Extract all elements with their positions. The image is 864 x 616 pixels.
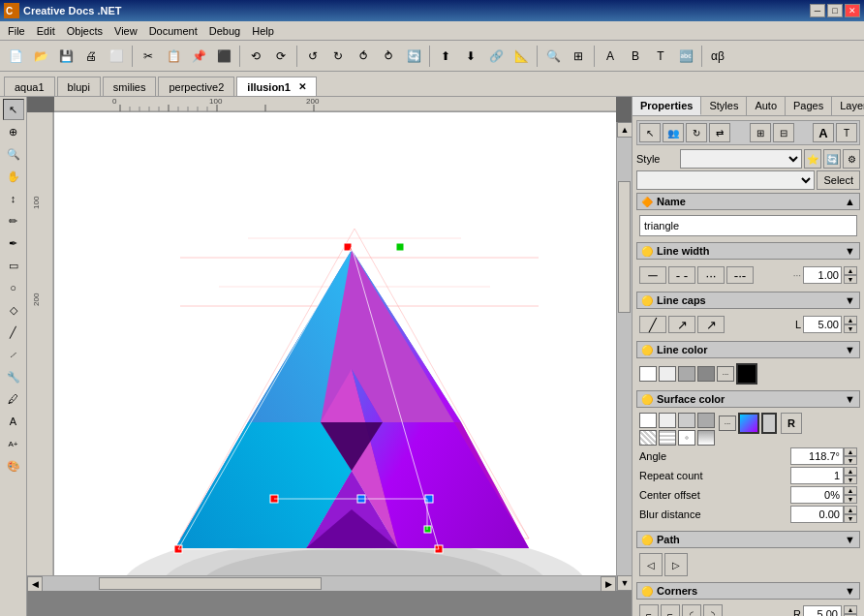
menu-objects[interactable]: Objects [61, 23, 108, 39]
path-btn1[interactable]: ◁ [639, 553, 663, 576]
menu-debug[interactable]: Debug [203, 23, 246, 39]
angle-up[interactable]: ▲ [844, 447, 857, 456]
angle-input[interactable] [790, 447, 844, 465]
tb-btn15[interactable]: ⥁ [377, 45, 400, 68]
prop-btn-rotate[interactable]: ↻ [686, 123, 707, 142]
cap-btn3[interactable]: ↗ [697, 316, 725, 333]
repeat-count-up[interactable]: ▲ [844, 467, 857, 476]
tb-btn22[interactable]: ⊞ [567, 45, 590, 68]
save-button[interactable]: 💾 [54, 45, 77, 68]
corners-up[interactable]: ▲ [844, 605, 857, 614]
line-dot-btn[interactable]: ··· [697, 266, 725, 284]
circle-tool[interactable]: ○ [3, 277, 24, 298]
line-dash-btn[interactable]: - - [668, 266, 695, 284]
cap-btn2[interactable]: ↗ [668, 316, 695, 333]
path-btn2[interactable]: ▷ [664, 553, 688, 576]
line-caps-up[interactable]: ▲ [844, 316, 857, 324]
line-color-white1[interactable] [639, 366, 657, 382]
tab-blupi[interactable]: blupi [57, 77, 101, 96]
line-width-up[interactable]: ▲ [844, 266, 857, 275]
tb-btn5[interactable]: ⬜ [105, 45, 128, 68]
surface-color-header[interactable]: 🟡 Surface color ▼ [636, 390, 860, 408]
line-caps-down[interactable]: ▼ [844, 324, 857, 333]
vertical-scroll-track[interactable] [617, 138, 632, 575]
line-solid-btn[interactable]: ─ [639, 266, 666, 284]
blur-distance-up[interactable]: ▲ [844, 506, 857, 514]
line-color-header[interactable]: 🟡 Line color ▼ [636, 341, 860, 358]
minimize-button[interactable]: ─ [810, 4, 825, 17]
lt-btn11[interactable]: ╱ [3, 322, 24, 343]
blur-distance-input[interactable] [790, 506, 844, 523]
corner-btn3[interactable]: ◜ [682, 604, 701, 616]
center-offset-up[interactable]: ▲ [844, 486, 857, 495]
corner-btn1[interactable]: ⌐ [639, 604, 659, 616]
lt-btn2[interactable]: ⊕ [3, 121, 24, 142]
line-width-input[interactable] [803, 266, 842, 284]
lt-btn4[interactable]: ✋ [3, 166, 24, 187]
style-btn2[interactable]: 🔄 [823, 149, 841, 169]
prop-btn-arrow[interactable]: ↖ [639, 123, 661, 142]
prop-btn-A[interactable]: A [813, 123, 834, 142]
corner-btn2[interactable]: ⌐ [661, 604, 680, 616]
tb-btn12[interactable]: ↺ [301, 45, 324, 68]
line-caps-input[interactable] [803, 316, 842, 333]
repeat-count-down[interactable]: ▼ [844, 476, 857, 484]
name-input[interactable] [639, 215, 857, 236]
tb-btn19[interactable]: 🔗 [484, 45, 508, 68]
corners-header[interactable]: 🟡 Corners ▼ [636, 582, 860, 600]
tb-btn16[interactable]: 🔄 [402, 45, 425, 68]
select-button[interactable]: Select [817, 170, 860, 190]
surf-pattern4[interactable] [697, 430, 715, 446]
name-section-header[interactable]: 🔶 Name ▲ [636, 193, 860, 210]
lt-btn7[interactable]: ✒ [3, 232, 24, 254]
surf-pattern3[interactable] [678, 430, 695, 446]
corner-btn4[interactable]: ◝ [703, 604, 723, 616]
surf-white1[interactable] [639, 413, 657, 428]
tab-auto[interactable]: Auto [747, 97, 786, 115]
prop-btn-T[interactable]: T [836, 123, 857, 142]
color-select[interactable] [636, 170, 815, 190]
tb-btn14[interactable]: ⥀ [352, 45, 375, 68]
tb-btn11[interactable]: ⟳ [269, 45, 293, 68]
line-dashdot-btn[interactable]: -·- [726, 266, 754, 284]
select-tool[interactable]: ↖ [3, 99, 24, 120]
menu-help[interactable]: Help [246, 23, 280, 39]
tb-btn27[interactable]: αβ [706, 45, 729, 68]
line-color-gray2[interactable] [697, 366, 715, 382]
tab-layers[interactable]: Layers [832, 97, 864, 115]
tab-close-icon[interactable]: ✕ [298, 81, 306, 92]
lt-btn16[interactable]: A+ [3, 433, 24, 454]
surf-gray1[interactable] [678, 413, 695, 428]
open-button[interactable]: 📂 [29, 45, 52, 68]
lt-btn12[interactable]: ⟋ [3, 344, 24, 365]
style-btn3[interactable]: ⚙ [843, 149, 860, 169]
blur-distance-down[interactable]: ▼ [844, 514, 857, 523]
tb-btn24[interactable]: B [624, 45, 647, 68]
tb-btn13[interactable]: ↻ [326, 45, 350, 68]
line-color-black[interactable] [736, 363, 757, 385]
surf-dots[interactable]: ··· [719, 416, 736, 431]
lt-btn5[interactable]: ↕ [3, 188, 24, 209]
copy-button[interactable]: 📋 [162, 45, 185, 68]
lt-btn14[interactable]: 🖊 [3, 388, 24, 410]
style-btn1[interactable]: ⭐ [804, 149, 821, 169]
tab-properties[interactable]: Properties [633, 97, 701, 115]
menu-document[interactable]: Document [143, 23, 203, 39]
tab-smilies[interactable]: smilies [103, 77, 157, 96]
r-button[interactable]: R [781, 413, 802, 434]
prop-btn-grid[interactable]: ⊞ [750, 123, 771, 142]
vertical-scrollbar[interactable]: ▲ ▼ [616, 122, 632, 591]
center-offset-input[interactable] [790, 486, 844, 504]
maximize-button[interactable]: □ [827, 4, 843, 17]
lt-btn6[interactable]: ✏ [3, 210, 24, 231]
repeat-count-input[interactable] [790, 467, 844, 484]
text-tool[interactable]: A [3, 411, 24, 432]
lt-btn13[interactable]: 🔧 [3, 366, 24, 387]
scroll-left-button[interactable]: ◀ [27, 576, 43, 591]
line-color-dots[interactable]: ··· [717, 366, 734, 382]
print-button[interactable]: 🖨 [79, 45, 103, 68]
corners-input[interactable] [803, 605, 842, 616]
tab-pages[interactable]: Pages [786, 97, 832, 115]
tb-btn20[interactable]: 📐 [509, 45, 533, 68]
line-color-gray1[interactable] [678, 366, 695, 382]
